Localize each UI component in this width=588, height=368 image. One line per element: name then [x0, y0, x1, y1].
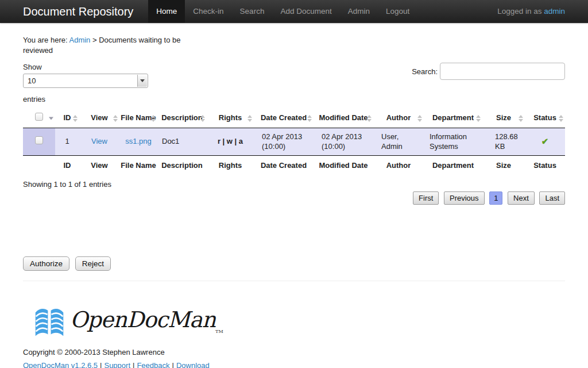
cell-status: ✔: [525, 128, 565, 155]
header-status[interactable]: Status: [525, 109, 565, 128]
cell-rights: r | w | a: [207, 128, 254, 155]
header-department[interactable]: Department: [424, 109, 482, 128]
cell-view: View: [79, 128, 119, 155]
footer-author: Author: [373, 155, 424, 175]
cell-modified-date: 02 Apr 2013 (10:00): [314, 128, 373, 155]
nav-item-home[interactable]: Home: [148, 0, 185, 23]
file-name-link[interactable]: ss1.png: [125, 137, 152, 145]
main-nav: Home Check-in Search Add Document Admin …: [148, 0, 417, 23]
trademark-symbol: TM: [215, 329, 223, 334]
header-description[interactable]: Description: [157, 109, 207, 128]
opendocman-logo[interactable]: OpenDocManTM: [34, 304, 565, 339]
sort-icon: [113, 115, 118, 122]
cell-department: Information Systems: [424, 128, 482, 155]
page-size-value: 10: [28, 76, 36, 85]
current-user-link[interactable]: admin: [544, 7, 565, 16]
footer-link-support[interactable]: Support: [104, 361, 130, 368]
open-book-icon: [34, 304, 64, 339]
footer-rights: Rights: [207, 155, 254, 175]
cell-description: Doc1: [157, 128, 207, 155]
search-input[interactable]: [440, 63, 565, 80]
footer-modified-date: Modified Date: [314, 155, 373, 175]
footer-status: Status: [525, 155, 565, 175]
sort-icon: [151, 115, 156, 122]
authorize-button[interactable]: Authorize: [23, 256, 69, 271]
table-row: 1 View ss1.png Doc1 r | w | a 02 Apr 201…: [23, 128, 565, 155]
sort-icon: [367, 115, 372, 122]
copyright-text: Copyright © 2000-2013 Stephen Lawrence: [23, 348, 565, 356]
sort-icon: [417, 115, 422, 122]
header-author[interactable]: Author: [373, 109, 424, 128]
nav-item-admin[interactable]: Admin: [340, 0, 378, 23]
cell-size: 128.68 KB: [482, 128, 525, 155]
cell-id: 1: [55, 128, 79, 155]
cell-date-created: 02 Apr 2013 (10:00): [254, 128, 314, 155]
sort-icon: [307, 115, 312, 122]
app-title: Document Repository: [23, 0, 133, 23]
breadcrumb-admin-link[interactable]: Admin: [69, 36, 90, 44]
view-link[interactable]: View: [91, 137, 107, 145]
breadcrumb-separator: >: [90, 36, 99, 44]
select-dropdown-button[interactable]: [137, 75, 147, 87]
sort-icon: [200, 115, 205, 122]
footer-link-version[interactable]: OpenDocMan v1.2.6.5: [23, 361, 98, 368]
sort-icon: [476, 115, 481, 122]
sort-icon: [559, 115, 563, 122]
table-footer-row: ID View File Name Description Rights Dat…: [23, 155, 565, 175]
next-page-button[interactable]: Next: [508, 191, 535, 205]
header-file-name[interactable]: File Name: [119, 109, 157, 128]
footer-department: Department: [424, 155, 482, 175]
review-actions: Authorize Reject: [23, 256, 565, 271]
header-id[interactable]: ID: [55, 109, 79, 128]
logged-in-status: Logged in as admin: [497, 0, 565, 23]
footer-link-separator: |: [133, 361, 134, 368]
footer-id: ID: [55, 155, 79, 175]
header-select-all[interactable]: [23, 109, 55, 128]
logo-wordmark: OpenDocManTM: [70, 309, 223, 334]
footer-divider: [23, 281, 565, 281]
search-label: Search:: [412, 67, 438, 76]
top-navbar: Document Repository Home Check-in Search…: [0, 0, 588, 23]
footer-links: OpenDocMan v1.2.6.5|Support|Feedback|Dow…: [23, 361, 565, 368]
footer-empty: [23, 155, 55, 175]
logged-in-label: Logged in as: [497, 7, 544, 16]
select-all-checkbox[interactable]: [35, 113, 43, 121]
nav-item-search[interactable]: Search: [232, 0, 273, 23]
footer-description: Description: [157, 155, 207, 175]
chevron-down-icon: [140, 79, 145, 82]
nav-item-add-document[interactable]: Add Document: [272, 0, 339, 23]
pagination: First Previous 1 Next Last: [23, 191, 565, 205]
breadcrumb-prefix: You are here:: [23, 36, 69, 44]
table-controls: Show 10 entries Search:: [23, 63, 565, 103]
footer-link-download[interactable]: Download: [176, 361, 210, 368]
header-size[interactable]: Size: [482, 109, 525, 128]
breadcrumb: You are here: Admin > Documents waiting …: [23, 35, 207, 56]
header-modified-date[interactable]: Modified Date: [314, 109, 373, 128]
nav-item-logout[interactable]: Logout: [378, 0, 417, 23]
sort-icon: [247, 115, 252, 122]
footer-link-feedback[interactable]: Feedback: [137, 361, 169, 368]
show-label: Show: [23, 63, 149, 71]
first-page-button[interactable]: First: [413, 191, 439, 205]
header-date-created[interactable]: Date Created: [254, 109, 314, 128]
current-page-button[interactable]: 1: [489, 191, 502, 205]
cell-author: User, Admin: [373, 128, 424, 155]
sort-desc-icon: [49, 117, 53, 120]
footer-link-separator: |: [100, 361, 102, 368]
footer-link-separator: |: [172, 361, 174, 368]
documents-table: ID View File Name Description Rights Dat…: [23, 109, 565, 175]
previous-page-button[interactable]: Previous: [444, 191, 485, 205]
page-length-control: Show 10 entries: [23, 63, 149, 103]
reject-button[interactable]: Reject: [75, 256, 111, 271]
table-header-row: ID View File Name Description Rights Dat…: [23, 109, 565, 128]
header-view[interactable]: View: [79, 109, 119, 128]
entries-label: entries: [23, 95, 149, 103]
row-checkbox[interactable]: [35, 136, 43, 144]
nav-item-check-in[interactable]: Check-in: [185, 0, 231, 23]
row-select-cell: [23, 128, 55, 155]
last-page-button[interactable]: Last: [539, 191, 565, 205]
footer-size: Size: [482, 155, 525, 175]
page-size-select[interactable]: 10: [23, 74, 148, 88]
header-rights[interactable]: Rights: [207, 109, 254, 128]
table-summary: Showing 1 to 1 of 1 entries: [23, 180, 565, 189]
